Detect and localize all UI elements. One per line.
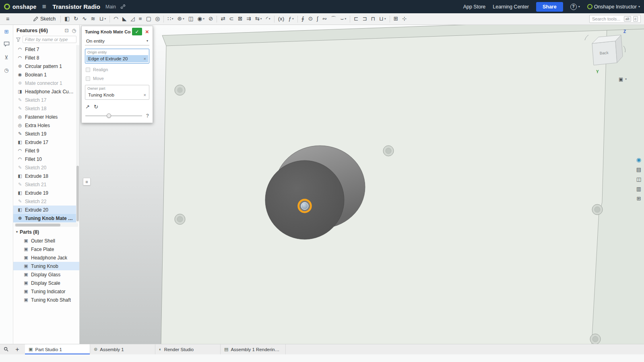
owner-part-field[interactable]: Owner part Tuning Knob × — [85, 85, 149, 100]
revolve-tool-button[interactable]: ↻ — [72, 13, 80, 25]
shell-tool-button[interactable]: ▢ — [144, 13, 153, 25]
tab-render-studio[interactable]: ◐Render Studio — [155, 344, 221, 354]
point-tool-button[interactable]: ⊙ — [306, 13, 315, 25]
feature-item[interactable]: ◉Boolean 1 — [13, 70, 79, 79]
section-view-icon[interactable]: ◫ — [636, 177, 641, 182]
origin-entity-field[interactable]: Origin entity Edge of Extrude 20 × — [85, 49, 149, 64]
part-item[interactable]: ▣Tuning Knob — [13, 262, 79, 270]
popout-panel-icon[interactable]: ⊡ — [64, 28, 68, 33]
feature-item[interactable]: ◠Fillet 8 — [13, 53, 79, 62]
variable-tool-button[interactable]: (x) — [276, 13, 287, 25]
account-menu[interactable]: Onshape Instructor ▾ — [587, 4, 640, 10]
tab-part-studio-1[interactable]: ▣Part Studio 1 — [25, 344, 90, 354]
add-tab-button[interactable]: + — [12, 344, 23, 354]
scrollbar-thumb[interactable] — [15, 224, 60, 226]
cancel-button[interactable]: × — [143, 28, 151, 35]
linear-pattern-tool-button[interactable]: ∷▾ — [165, 13, 175, 25]
history-icon[interactable]: ◷ — [72, 28, 76, 33]
feature-item[interactable]: ◧Extrude 17 — [13, 138, 79, 146]
feature-item[interactable]: ◧Extrude 20 — [13, 206, 79, 214]
screw-hole[interactable] — [590, 334, 601, 344]
rotate-arrow-icon[interactable] — [585, 35, 588, 40]
share-button[interactable]: Share — [536, 2, 563, 12]
part-item[interactable]: ▣Tuning Knob Shaft — [13, 296, 79, 304]
comments-icon[interactable] — [3, 41, 10, 47]
feature-list-hscrollbar[interactable] — [14, 223, 78, 227]
view-settings-icon[interactable]: ⊞ — [636, 196, 641, 201]
help-icon[interactable]: ? — [146, 113, 149, 119]
fit-spline-tool-button[interactable]: ∾ — [320, 13, 329, 25]
sweep-tool-button[interactable]: ∿ — [80, 13, 89, 25]
feature-item[interactable]: ✎Sketch 17 — [13, 96, 79, 104]
split-tool-button[interactable]: ⊘ — [206, 13, 215, 25]
feature-item[interactable]: ◎Extra Holes — [13, 121, 79, 130]
appearance-sphere-icon[interactable]: ◉ — [636, 157, 641, 162]
screw-hole[interactable] — [592, 204, 603, 215]
draft-tool-button[interactable]: ◿ — [128, 13, 136, 25]
project-curve-tool-button[interactable]: ⌒ — [329, 13, 339, 25]
part-item[interactable]: ▣Headphone Jack — [13, 253, 79, 262]
feature-item[interactable]: ✎Sketch 21 — [13, 180, 79, 189]
features-filter-input[interactable] — [23, 36, 76, 43]
named-views-icon[interactable]: ▥ — [636, 186, 641, 191]
scrollbar-thumb[interactable] — [76, 166, 79, 221]
learning-center-link[interactable]: Learning Center — [493, 4, 529, 10]
feature-item[interactable]: ✎Sketch 19 — [13, 130, 79, 138]
feature-item[interactable]: ⊛Circular pattern 1 — [13, 62, 79, 70]
sheet-metal-corner-tool-button[interactable]: ⊔▾ — [377, 13, 388, 25]
sketch-button[interactable]: Sketch — [30, 15, 59, 23]
modify-fillet-tool-button[interactable]: ◜▾ — [264, 13, 272, 25]
tab-assembly-1[interactable]: ⊚Assembly 1 — [90, 344, 155, 354]
rotate-arrow-icon[interactable] — [623, 46, 625, 52]
dialog-slider[interactable] — [85, 115, 142, 116]
chamfer-tool-button[interactable]: ◣ — [120, 13, 128, 25]
circular-pattern-tool-button[interactable]: ⊛▾ — [175, 13, 186, 25]
app-store-link[interactable]: App Store — [463, 4, 486, 10]
feature-item[interactable]: ◎Fastener Holes — [13, 113, 79, 121]
view-menu-button[interactable]: ▣ ▾ — [619, 76, 627, 82]
extrude-tool-button[interactable]: ◧ — [62, 13, 72, 25]
insert-panel-icon[interactable]: ⊞ — [3, 28, 10, 35]
flange-tool-button[interactable]: ⊐ — [361, 13, 369, 25]
feature-item[interactable]: ✎Sketch 22 — [13, 197, 79, 206]
help-menu[interactable]: ? ▾ — [570, 4, 580, 10]
part-item[interactable]: ▣Face Plate — [13, 245, 79, 253]
panel-toggle-icon[interactable]: ≡ — [3, 16, 12, 22]
fillet-tool-button[interactable]: ◠ — [111, 13, 120, 25]
part-item[interactable]: ▣Tuning Indicator — [13, 287, 79, 296]
bridging-curve-tool-button[interactable]: ⌣▾ — [339, 13, 349, 25]
part-item[interactable]: ▣Display Scale — [13, 279, 79, 287]
entity-mode-select[interactable]: On entity ▾ — [85, 37, 149, 45]
transform-tool-button[interactable]: ⇄ — [219, 13, 227, 25]
onshape-logo[interactable]: onshape — [4, 4, 37, 10]
featurescript-tool-button[interactable]: ƒ▾ — [286, 13, 295, 25]
parts-header[interactable]: ▾ Parts (8) — [13, 227, 79, 237]
display-states-icon[interactable]: ▤ — [636, 167, 641, 172]
feature-list-scrollbar[interactable] — [76, 45, 79, 222]
rib-tool-button[interactable]: ≡ — [137, 13, 144, 25]
view-cube[interactable]: Back Z Y ▣ ▾ — [581, 27, 629, 82]
curve-tool-button[interactable]: ∫ — [315, 13, 320, 25]
history-icon[interactable]: ◷ — [3, 67, 10, 73]
rotate-secondary-axis-icon[interactable]: ↻ — [94, 104, 98, 110]
screw-hole[interactable] — [175, 214, 185, 224]
feature-item[interactable]: ✎Sketch 20 — [13, 163, 79, 172]
sheet-metal-tab-tool-button[interactable]: ⊓ — [369, 13, 378, 25]
tab-assembly-1-rendering-j-[interactable]: ▤Assembly 1 Rendering.j... — [221, 344, 286, 354]
loft-tool-button[interactable]: ≋ — [89, 13, 97, 25]
replace-face-tool-button[interactable]: ⇆▾ — [253, 13, 264, 25]
versions-icon[interactable]: ⊻ — [3, 54, 10, 60]
main-menu-icon[interactable]: ≡ — [40, 3, 49, 10]
feature-item[interactable]: ◠Fillet 9 — [13, 146, 79, 155]
search-tools-input[interactable] — [592, 16, 622, 21]
offset-surface-tool-button[interactable]: ⊂ — [227, 13, 236, 25]
mate-connector-origin[interactable] — [301, 202, 308, 210]
3d-scene[interactable] — [80, 25, 644, 344]
hole-tool-button[interactable]: ◎ — [153, 13, 162, 25]
sheet-metal-model-tool-button[interactable]: ⊏ — [352, 13, 360, 25]
search-tools-box[interactable]: alt c — [589, 15, 641, 23]
origin-entity-selection[interactable]: Edge of Extrude 20 × — [86, 55, 148, 62]
part-item[interactable]: ▣Display Glass — [13, 270, 79, 279]
helix-tool-button[interactable]: ∮ — [299, 13, 306, 25]
owner-part-selection[interactable]: Tuning Knob × — [86, 91, 148, 99]
